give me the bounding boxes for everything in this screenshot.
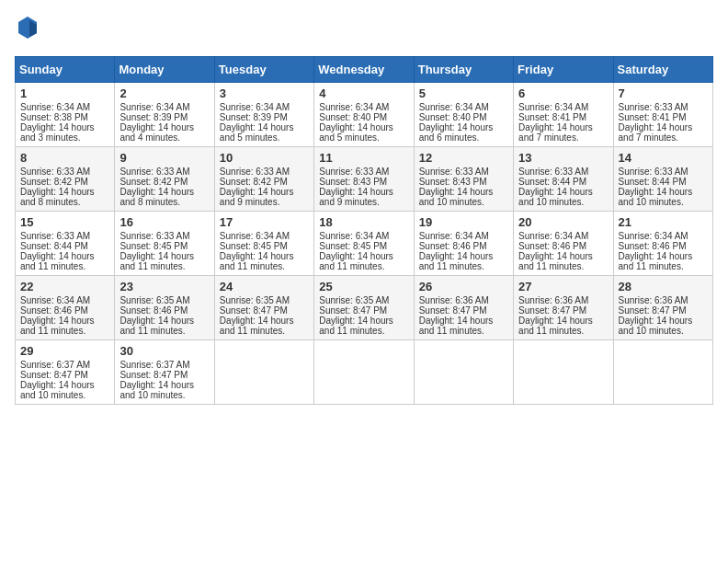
calendar-cell: 26 Sunrise: 6:36 AM Sunset: 8:47 PM Dayl… bbox=[414, 275, 513, 339]
sunset-text: Sunset: 8:39 PM bbox=[220, 112, 288, 122]
calendar-cell bbox=[514, 339, 613, 404]
sunset-text: Sunset: 8:42 PM bbox=[119, 177, 188, 187]
sunset-text: Sunset: 8:40 PM bbox=[419, 112, 487, 122]
day-number: 30 bbox=[119, 344, 209, 358]
daylight-text: Daylight: 14 hours and 11 minutes. bbox=[20, 251, 95, 271]
daylight-text: Daylight: 14 hours and 9 minutes. bbox=[319, 187, 393, 207]
col-header-thursday: Thursday bbox=[414, 56, 513, 82]
sunrise-text: Sunrise: 6:33 AM bbox=[119, 167, 189, 177]
day-number: 24 bbox=[220, 280, 309, 293]
calendar-cell: 12 Sunrise: 6:33 AM Sunset: 8:43 PM Dayl… bbox=[414, 146, 513, 211]
sunrise-text: Sunrise: 6:36 AM bbox=[419, 295, 489, 305]
sunset-text: Sunset: 8:46 PM bbox=[419, 241, 487, 251]
sunrise-text: Sunrise: 6:33 AM bbox=[20, 167, 90, 177]
calendar-cell: 23 Sunrise: 6:35 AM Sunset: 8:46 PM Dayl… bbox=[115, 275, 214, 339]
calendar-cell: 15 Sunrise: 6:33 AM Sunset: 8:44 PM Dayl… bbox=[16, 211, 115, 275]
sunset-text: Sunset: 8:42 PM bbox=[220, 177, 288, 187]
sunrise-text: Sunrise: 6:36 AM bbox=[518, 295, 588, 305]
sunrise-text: Sunrise: 6:34 AM bbox=[419, 231, 489, 241]
day-number: 2 bbox=[119, 86, 209, 100]
sunrise-text: Sunrise: 6:34 AM bbox=[119, 102, 189, 112]
day-number: 29 bbox=[20, 344, 109, 358]
daylight-text: Daylight: 14 hours and 10 minutes. bbox=[619, 316, 693, 336]
day-number: 20 bbox=[518, 215, 608, 229]
day-number: 14 bbox=[619, 151, 708, 165]
daylight-text: Daylight: 14 hours and 9 minutes. bbox=[220, 187, 294, 207]
sunset-text: Sunset: 8:47 PM bbox=[319, 305, 387, 316]
sunset-text: Sunset: 8:46 PM bbox=[518, 241, 586, 251]
sunrise-text: Sunrise: 6:36 AM bbox=[619, 295, 688, 305]
sunset-text: Sunset: 8:46 PM bbox=[119, 305, 188, 316]
calendar-week-row: 29 Sunrise: 6:37 AM Sunset: 8:47 PM Dayl… bbox=[16, 339, 713, 404]
calendar-cell bbox=[414, 339, 513, 404]
daylight-text: Daylight: 14 hours and 10 minutes. bbox=[419, 187, 494, 207]
sunrise-text: Sunrise: 6:34 AM bbox=[20, 102, 90, 112]
calendar-cell bbox=[314, 339, 414, 404]
sunset-text: Sunset: 8:44 PM bbox=[619, 177, 687, 187]
daylight-text: Daylight: 14 hours and 5 minutes. bbox=[220, 122, 294, 143]
calendar-cell: 24 Sunrise: 6:35 AM Sunset: 8:47 PM Dayl… bbox=[214, 275, 313, 339]
sunset-text: Sunset: 8:46 PM bbox=[20, 305, 88, 316]
sunrise-text: Sunrise: 6:34 AM bbox=[419, 102, 489, 112]
daylight-text: Daylight: 14 hours and 8 minutes. bbox=[119, 187, 194, 207]
sunrise-text: Sunrise: 6:34 AM bbox=[220, 231, 290, 241]
sunrise-text: Sunrise: 6:34 AM bbox=[319, 102, 389, 112]
day-number: 21 bbox=[619, 215, 708, 229]
col-header-saturday: Saturday bbox=[613, 56, 712, 82]
calendar-cell: 3 Sunrise: 6:34 AM Sunset: 8:39 PM Dayli… bbox=[214, 82, 313, 146]
daylight-text: Daylight: 14 hours and 11 minutes. bbox=[119, 251, 194, 271]
sunset-text: Sunset: 8:45 PM bbox=[119, 241, 188, 251]
calendar-week-row: 8 Sunrise: 6:33 AM Sunset: 8:42 PM Dayli… bbox=[16, 146, 713, 211]
sunrise-text: Sunrise: 6:35 AM bbox=[220, 295, 290, 305]
day-number: 12 bbox=[419, 151, 508, 165]
sunrise-text: Sunrise: 6:34 AM bbox=[518, 102, 588, 112]
calendar-cell: 10 Sunrise: 6:33 AM Sunset: 8:42 PM Dayl… bbox=[214, 146, 313, 211]
daylight-text: Daylight: 14 hours and 11 minutes. bbox=[20, 316, 95, 336]
calendar-cell: 9 Sunrise: 6:33 AM Sunset: 8:42 PM Dayli… bbox=[115, 146, 214, 211]
sunrise-text: Sunrise: 6:34 AM bbox=[319, 231, 389, 241]
calendar-week-row: 1 Sunrise: 6:34 AM Sunset: 8:38 PM Dayli… bbox=[16, 82, 713, 146]
daylight-text: Daylight: 14 hours and 11 minutes. bbox=[419, 316, 494, 336]
sunrise-text: Sunrise: 6:33 AM bbox=[20, 231, 90, 241]
daylight-text: Daylight: 14 hours and 7 minutes. bbox=[619, 122, 693, 143]
calendar-cell: 6 Sunrise: 6:34 AM Sunset: 8:41 PM Dayli… bbox=[514, 82, 613, 146]
sunset-text: Sunset: 8:41 PM bbox=[619, 112, 687, 122]
daylight-text: Daylight: 14 hours and 11 minutes. bbox=[319, 251, 393, 271]
calendar-cell: 27 Sunrise: 6:36 AM Sunset: 8:47 PM Dayl… bbox=[514, 275, 613, 339]
col-header-wednesday: Wednesday bbox=[314, 56, 414, 82]
daylight-text: Daylight: 14 hours and 11 minutes. bbox=[119, 316, 194, 336]
page-header bbox=[15, 15, 713, 45]
sunset-text: Sunset: 8:46 PM bbox=[619, 241, 687, 251]
logo-icon bbox=[17, 15, 39, 40]
col-header-sunday: Sunday bbox=[16, 56, 115, 82]
calendar-cell: 1 Sunrise: 6:34 AM Sunset: 8:38 PM Dayli… bbox=[16, 82, 115, 146]
daylight-text: Daylight: 14 hours and 11 minutes. bbox=[419, 251, 494, 271]
daylight-text: Daylight: 14 hours and 11 minutes. bbox=[518, 251, 593, 271]
sunrise-text: Sunrise: 6:34 AM bbox=[220, 102, 290, 112]
calendar-cell: 16 Sunrise: 6:33 AM Sunset: 8:45 PM Dayl… bbox=[115, 211, 214, 275]
sunset-text: Sunset: 8:47 PM bbox=[119, 370, 188, 380]
day-number: 16 bbox=[119, 215, 209, 229]
daylight-text: Daylight: 14 hours and 7 minutes. bbox=[518, 122, 593, 143]
sunrise-text: Sunrise: 6:37 AM bbox=[20, 360, 90, 370]
sunrise-text: Sunrise: 6:33 AM bbox=[319, 167, 389, 177]
day-number: 26 bbox=[419, 280, 508, 293]
day-number: 10 bbox=[220, 151, 309, 165]
sunrise-text: Sunrise: 6:33 AM bbox=[220, 167, 290, 177]
calendar-cell bbox=[214, 339, 313, 404]
sunset-text: Sunset: 8:44 PM bbox=[518, 177, 586, 187]
calendar-cell: 29 Sunrise: 6:37 AM Sunset: 8:47 PM Dayl… bbox=[16, 339, 115, 404]
calendar-cell: 20 Sunrise: 6:34 AM Sunset: 8:46 PM Dayl… bbox=[514, 211, 613, 275]
calendar-cell: 5 Sunrise: 6:34 AM Sunset: 8:40 PM Dayli… bbox=[414, 82, 513, 146]
sunset-text: Sunset: 8:45 PM bbox=[220, 241, 288, 251]
daylight-text: Daylight: 14 hours and 10 minutes. bbox=[20, 380, 95, 400]
day-number: 28 bbox=[619, 280, 708, 293]
day-number: 27 bbox=[518, 280, 608, 293]
day-number: 22 bbox=[20, 280, 109, 293]
col-header-monday: Monday bbox=[115, 56, 214, 82]
col-header-friday: Friday bbox=[514, 56, 613, 82]
calendar-cell: 18 Sunrise: 6:34 AM Sunset: 8:45 PM Dayl… bbox=[314, 211, 414, 275]
sunrise-text: Sunrise: 6:33 AM bbox=[419, 167, 489, 177]
calendar-cell: 28 Sunrise: 6:36 AM Sunset: 8:47 PM Dayl… bbox=[613, 275, 712, 339]
calendar-cell: 19 Sunrise: 6:34 AM Sunset: 8:46 PM Dayl… bbox=[414, 211, 513, 275]
